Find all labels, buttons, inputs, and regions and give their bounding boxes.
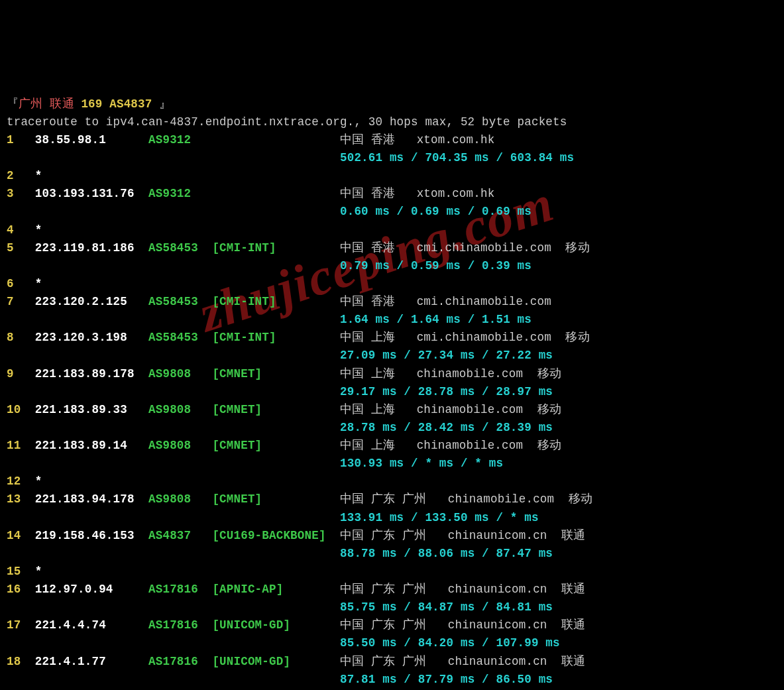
hop-isp: 联通 bbox=[561, 583, 585, 596]
rtt-value: 87.79 ms bbox=[418, 673, 475, 686]
hop-rtt-row: 87.81 ms / 87.79 ms / 86.50 ms bbox=[7, 671, 777, 689]
hop-number: 10 bbox=[7, 403, 35, 416]
hop-number: 18 bbox=[7, 655, 35, 668]
hop-number: 8 bbox=[7, 331, 35, 344]
hop-asn: AS9808 bbox=[148, 492, 212, 506]
hop-tag: [CMNET] bbox=[212, 492, 340, 506]
rtt-space bbox=[475, 385, 482, 398]
hop-location: 中国 广东 广州 bbox=[340, 618, 448, 632]
header-location: 广州 联通 bbox=[19, 97, 81, 111]
hop-asn: AS9312 bbox=[148, 133, 212, 146]
rtt-value: 84.20 ms bbox=[418, 636, 475, 650]
hop-number: 6 bbox=[7, 277, 35, 290]
rtt-space bbox=[397, 385, 404, 398]
hop-row: 13 221.183.94.178 AS9808 [CMNET] 中国 广东 广… bbox=[7, 490, 777, 508]
rtt-space bbox=[404, 205, 411, 218]
rtt-space bbox=[503, 511, 510, 524]
hop-location: 中国 广东 广州 bbox=[340, 492, 448, 506]
rtt-space bbox=[411, 385, 418, 398]
rtt-sep: / bbox=[411, 511, 418, 524]
hop-rtt-row: 133.91 ms / 133.50 ms / * ms bbox=[7, 509, 777, 527]
hop-asn: AS58453 bbox=[148, 295, 212, 308]
hop-rtt-row: 1.64 ms / 1.64 ms / 1.51 ms bbox=[7, 311, 777, 329]
rtt-sep: / bbox=[482, 349, 489, 362]
rtt-sep: / bbox=[404, 673, 411, 686]
rtt-sep: / bbox=[404, 636, 411, 650]
hop-location: 中国 广东 广州 bbox=[340, 583, 448, 596]
rtt-space bbox=[411, 547, 418, 560]
hop-domain: xtom.com.hk bbox=[417, 187, 509, 200]
rtt-sep: / bbox=[468, 259, 475, 272]
rtt-value: 502.61 ms bbox=[340, 151, 404, 164]
hop-number: 5 bbox=[7, 241, 35, 255]
rtt-space bbox=[475, 547, 482, 560]
rtt-sep: / bbox=[404, 385, 411, 398]
rtt-space bbox=[411, 421, 418, 434]
rtt-value: 0.69 ms bbox=[482, 205, 532, 218]
rtt-space bbox=[411, 349, 418, 362]
rtt-indent bbox=[7, 349, 340, 362]
hop-asn: AS17816 bbox=[148, 583, 212, 596]
trace-header: 『广州 联通 169 AS4837 』 bbox=[7, 95, 777, 113]
rtt-sep: / bbox=[461, 457, 468, 470]
rtt-value: 133.91 ms bbox=[340, 511, 404, 524]
rtt-value: 27.34 ms bbox=[418, 349, 475, 362]
rtt-value: 27.09 ms bbox=[340, 349, 397, 362]
hop-domain: xtom.com.hk bbox=[417, 133, 509, 146]
rtt-space bbox=[489, 601, 496, 614]
rtt-space bbox=[397, 547, 404, 560]
hop-ip: 221.183.89.14 bbox=[35, 439, 148, 452]
hop-row: 2 * bbox=[7, 167, 777, 185]
rtt-space bbox=[411, 673, 418, 686]
rtt-sep: / bbox=[404, 601, 411, 614]
rtt-sep: / bbox=[496, 511, 503, 524]
rtt-indent bbox=[7, 385, 340, 398]
rtt-space bbox=[397, 673, 404, 686]
rtt-space bbox=[475, 205, 482, 218]
rtt-value: 85.75 ms bbox=[340, 601, 397, 614]
hop-isp: 移动 bbox=[569, 492, 592, 506]
hop-number: 1 bbox=[7, 133, 35, 146]
rtt-space bbox=[390, 205, 397, 218]
rtt-space bbox=[468, 457, 475, 470]
rtt-indent bbox=[7, 636, 340, 650]
rtt-sep: / bbox=[404, 349, 411, 362]
hop-rtt-row: 85.75 ms / 84.87 ms / 84.81 ms bbox=[7, 599, 777, 616]
rtt-sep: / bbox=[468, 313, 475, 326]
rtt-value: 84.87 ms bbox=[418, 601, 475, 614]
hop-asn: AS17816 bbox=[148, 655, 212, 668]
rtt-value: 0.60 ms bbox=[340, 205, 390, 218]
rtt-sep: / bbox=[482, 547, 489, 560]
rtt-sep: / bbox=[468, 205, 475, 218]
hop-timeout: * bbox=[35, 277, 42, 290]
hop-number: 12 bbox=[7, 475, 35, 488]
terminal-output: 『广州 联通 169 AS4837 』traceroute to ipv4.ca… bbox=[7, 95, 777, 690]
rtt-indent bbox=[7, 421, 340, 434]
rtt-value: 88.06 ms bbox=[418, 547, 475, 560]
hop-rtt-row: 85.50 ms / 84.20 ms / 107.99 ms bbox=[7, 634, 777, 652]
hop-asn: AS17816 bbox=[148, 618, 212, 632]
hop-row: 10 221.183.89.33 AS9808 [CMNET] 中国 上海 ch… bbox=[7, 401, 777, 419]
hop-number: 4 bbox=[7, 223, 35, 237]
rtt-indent bbox=[7, 547, 340, 560]
hop-tag: [CMNET] bbox=[212, 367, 340, 380]
hop-number: 7 bbox=[7, 295, 35, 308]
hop-ip: 103.193.131.76 bbox=[35, 187, 148, 200]
rtt-value: 87.81 ms bbox=[340, 673, 397, 686]
hop-tag: [CMI-INT] bbox=[212, 331, 340, 344]
hop-timeout: * bbox=[35, 475, 42, 488]
hop-domain: chinamobile.com bbox=[417, 367, 537, 380]
hop-row: 18 221.4.1.77 AS17816 [UNICOM-GD] 中国 广东 … bbox=[7, 653, 777, 671]
command-text: traceroute to ipv4.can-4837.endpoint.nxt… bbox=[7, 115, 567, 129]
rtt-value: 133.50 ms bbox=[425, 511, 488, 524]
hop-location: 中国 上海 bbox=[340, 439, 417, 452]
hop-ip: 219.158.46.153 bbox=[35, 529, 148, 542]
rtt-value: 0.69 ms bbox=[411, 205, 461, 218]
hop-number: 17 bbox=[7, 618, 35, 632]
rtt-space bbox=[489, 673, 496, 686]
hop-location: 中国 香港 bbox=[340, 295, 417, 308]
rtt-indent bbox=[7, 457, 340, 470]
hop-rtt-row: 28.78 ms / 28.42 ms / 28.39 ms bbox=[7, 419, 777, 437]
rtt-value: 28.97 ms bbox=[496, 385, 553, 398]
hop-asn: AS4837 bbox=[148, 529, 212, 542]
